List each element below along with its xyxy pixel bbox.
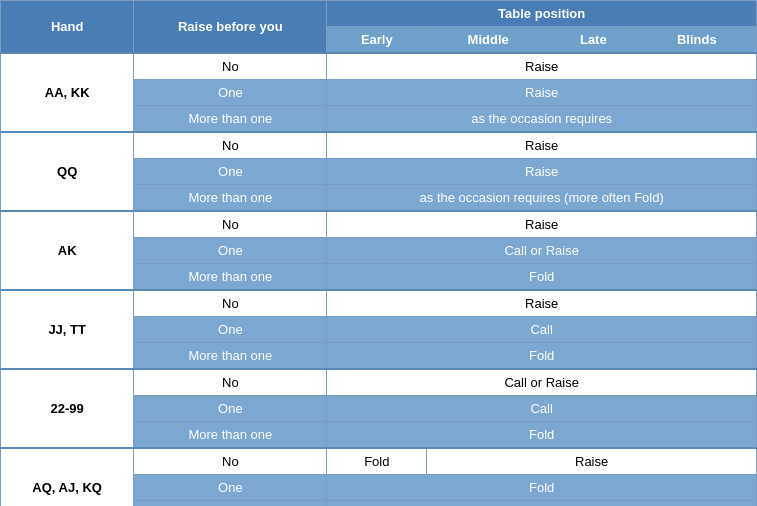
action-cell: Call: [327, 317, 757, 343]
raise-cell: More than one: [134, 264, 327, 291]
action-cell: Call: [327, 396, 757, 422]
raise-cell: One: [134, 238, 327, 264]
action-cell: Raise: [327, 80, 757, 106]
action-cell: Raise: [327, 211, 757, 238]
raise-cell: No: [134, 211, 327, 238]
late-header: Late: [550, 27, 637, 54]
action-cell: Fold: [327, 501, 757, 507]
hand-cell: 22-99: [1, 369, 134, 448]
action-cell: Raise: [327, 159, 757, 185]
raise-cell: No: [134, 290, 327, 317]
hand-cell: QQ: [1, 132, 134, 211]
early-header: Early: [327, 27, 427, 54]
action-cell: Call or Raise: [327, 238, 757, 264]
hand-cell: JJ, TT: [1, 290, 134, 369]
raise-before-you-header: Raise before you: [134, 1, 327, 54]
blinds-header: Blinds: [637, 27, 756, 54]
table-position-header: Table position: [327, 1, 757, 27]
raise-cell: One: [134, 396, 327, 422]
poker-strategy-table: Hand Raise before you Table position Ear…: [0, 0, 757, 506]
action-cell: Raise: [327, 53, 757, 80]
action-cell: Raise: [327, 132, 757, 159]
raise-cell: One: [134, 475, 327, 501]
hand-cell: AQ, AJ, KQ: [1, 448, 134, 506]
action-cell: Raise: [327, 290, 757, 317]
raise-cell: One: [134, 159, 327, 185]
action-cell-early: Fold: [327, 448, 427, 475]
raise-cell: One: [134, 317, 327, 343]
action-cell: Fold: [327, 475, 757, 501]
middle-header: Middle: [427, 27, 550, 54]
raise-cell: No: [134, 369, 327, 396]
action-cell: Call or Raise: [327, 369, 757, 396]
action-cell: Fold: [327, 343, 757, 370]
action-cell: Fold: [327, 264, 757, 291]
hand-header: Hand: [1, 1, 134, 54]
raise-cell: More than one: [134, 343, 327, 370]
raise-cell: More than one: [134, 422, 327, 449]
action-cell: as the occasion requires: [327, 106, 757, 133]
raise-cell: No: [134, 132, 327, 159]
hand-cell: AA, KK: [1, 53, 134, 132]
action-cell: Fold: [327, 422, 757, 449]
raise-cell: No: [134, 448, 327, 475]
action-cell: as the occasion requires (more often Fol…: [327, 185, 757, 212]
raise-cell: More than one: [134, 501, 327, 507]
action-cell-rest: Raise: [427, 448, 757, 475]
raise-cell: More than one: [134, 106, 327, 133]
raise-cell: More than one: [134, 185, 327, 212]
raise-cell: One: [134, 80, 327, 106]
raise-cell: No: [134, 53, 327, 80]
hand-cell: AK: [1, 211, 134, 290]
